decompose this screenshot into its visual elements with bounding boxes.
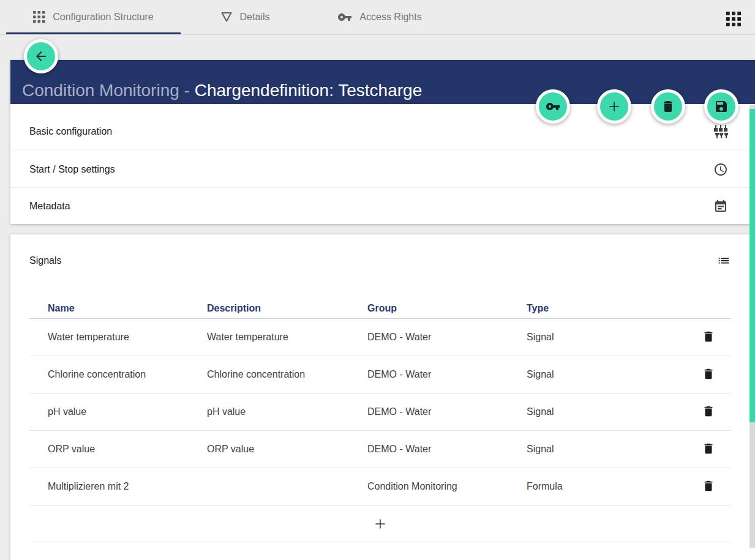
table-row: Multiplizieren mit 2Condition Monitoring… bbox=[29, 468, 731, 506]
signals-title: Signals bbox=[29, 255, 61, 266]
column-header-group: Group bbox=[367, 303, 527, 314]
cell-name: Chlorine concentration bbox=[29, 369, 207, 380]
cell-name: Water temperature bbox=[29, 332, 207, 343]
cell-type: Signal bbox=[527, 332, 670, 343]
cell-group: Condition Monitoring bbox=[367, 481, 527, 492]
cell-description: Water temperature bbox=[207, 332, 367, 343]
trash-icon bbox=[702, 367, 715, 381]
table-header-row: Name Description Group Type bbox=[29, 299, 731, 319]
table-body: Water temperatureWater temperatureDEMO -… bbox=[29, 319, 731, 506]
column-header-description: Description bbox=[207, 303, 367, 314]
page-title-bar: Condition Monitoring - Chargendefinition… bbox=[10, 60, 755, 104]
trash-icon bbox=[702, 479, 715, 493]
section-start-stop-settings[interactable]: Start / Stop settings bbox=[10, 151, 755, 187]
key-icon bbox=[337, 10, 352, 24]
delete-signal-button[interactable] bbox=[701, 330, 716, 345]
signals-card: Signals Name Description Group Type Wate… bbox=[10, 234, 755, 560]
tab-label: Details bbox=[240, 12, 270, 23]
tab-details[interactable]: Details bbox=[187, 0, 303, 34]
cell-name: Multiplizieren mit 2 bbox=[29, 481, 207, 492]
delete-signal-button[interactable] bbox=[701, 442, 716, 457]
column-header-type: Type bbox=[527, 303, 670, 314]
clock-icon bbox=[713, 162, 728, 177]
trash-icon bbox=[661, 99, 675, 114]
cell-type: Signal bbox=[527, 369, 670, 380]
trash-icon bbox=[702, 330, 715, 343]
delete-signal-button[interactable] bbox=[701, 405, 716, 419]
cell-type: Signal bbox=[527, 406, 670, 417]
delete-action-button[interactable] bbox=[651, 89, 685, 124]
access-rights-action-button[interactable] bbox=[536, 89, 570, 124]
signals-table: Name Description Group Type Water temper… bbox=[29, 299, 731, 542]
table-row: Water temperatureWater temperatureDEMO -… bbox=[29, 319, 731, 356]
column-header-name: Name bbox=[29, 303, 207, 314]
table-row: pH valuepH valueDEMO - WaterSignal bbox=[29, 394, 731, 431]
back-button[interactable] bbox=[24, 39, 58, 73]
page-title-prefix: Condition Monitoring - bbox=[22, 81, 195, 100]
add-action-button[interactable] bbox=[597, 89, 631, 124]
save-action-button[interactable] bbox=[704, 89, 738, 124]
tab-label: Access Rights bbox=[359, 12, 421, 23]
cell-type: Formula bbox=[527, 481, 670, 492]
cell-name: pH value bbox=[29, 406, 207, 417]
cell-description: ORP value bbox=[207, 444, 367, 455]
cell-group: DEMO - Water bbox=[367, 406, 527, 417]
table-row: Chlorine concentrationChlorine concentra… bbox=[29, 356, 731, 394]
section-label: Basic configuration bbox=[29, 126, 713, 137]
save-icon bbox=[714, 99, 729, 114]
cell-group: DEMO - Water bbox=[367, 444, 527, 455]
grid-icon bbox=[33, 11, 45, 23]
key-icon bbox=[546, 99, 560, 114]
plus-icon bbox=[372, 516, 388, 532]
trash-icon bbox=[702, 442, 715, 455]
plus-icon bbox=[606, 99, 622, 114]
section-metadata[interactable]: Metadata bbox=[10, 187, 755, 224]
page-title-highlight: Chargendefinition: Testcharge bbox=[195, 81, 423, 100]
tab-label: Configuration Structure bbox=[53, 12, 154, 23]
tab-access-rights[interactable]: Access Rights bbox=[309, 0, 450, 34]
delete-signal-button[interactable] bbox=[701, 367, 716, 382]
active-tab-indicator bbox=[6, 32, 181, 34]
cell-description: pH value bbox=[207, 406, 367, 417]
cell-type: Signal bbox=[527, 444, 670, 455]
scrollbar-thumb[interactable] bbox=[749, 109, 755, 422]
filter-icon bbox=[220, 11, 233, 23]
top-tab-bar: Configuration Structure Details Access R… bbox=[0, 0, 755, 35]
cell-group: DEMO - Water bbox=[367, 332, 527, 343]
table-row: ORP valueORP valueDEMO - WaterSignal bbox=[29, 431, 731, 468]
list-icon[interactable] bbox=[717, 254, 731, 267]
sliders-icon bbox=[713, 124, 728, 139]
cell-group: DEMO - Water bbox=[367, 369, 527, 380]
calendar-note-icon bbox=[713, 199, 728, 214]
delete-signal-button[interactable] bbox=[701, 479, 716, 494]
cell-description: Chlorine concentration bbox=[207, 369, 367, 380]
section-basic-configuration[interactable]: Basic configuration bbox=[10, 104, 755, 151]
add-signal-button[interactable] bbox=[29, 506, 731, 542]
section-label: Start / Stop settings bbox=[29, 164, 713, 175]
page-title: Condition Monitoring - Chargendefinition… bbox=[22, 81, 422, 100]
apps-grid-icon[interactable] bbox=[726, 12, 741, 26]
section-label: Metadata bbox=[29, 201, 713, 212]
trash-icon bbox=[702, 405, 715, 418]
configuration-card: Condition Monitoring - Chargendefinition… bbox=[10, 60, 755, 224]
cell-name: ORP value bbox=[29, 444, 207, 455]
arrow-left-icon bbox=[34, 49, 48, 64]
tab-configuration-structure[interactable]: Configuration Structure bbox=[6, 0, 181, 34]
